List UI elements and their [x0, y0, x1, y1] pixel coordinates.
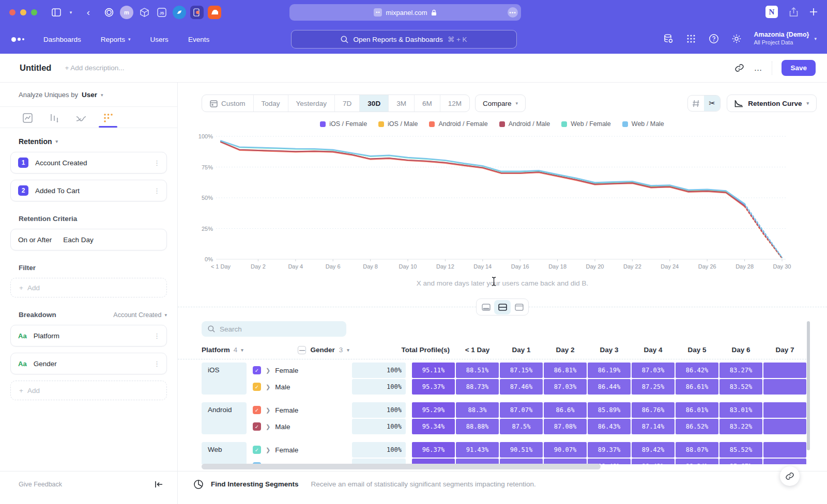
- platform-column-header[interactable]: Platform 4 ▾: [202, 346, 292, 354]
- retention-value-cell[interactable]: 87.15%: [500, 363, 543, 378]
- js-extension-icon[interactable]: JS: [155, 6, 169, 19]
- day-column-header[interactable]: Day 1: [500, 346, 543, 354]
- retention-value-cell[interactable]: 88.3%: [456, 402, 499, 418]
- horizontal-scrollbar[interactable]: [202, 464, 601, 469]
- retention-value-cell[interactable]: 95.37%: [412, 379, 455, 395]
- filter-add-button[interactable]: + Add: [10, 278, 167, 297]
- legend-item[interactable]: Android / Female: [429, 120, 487, 128]
- add-description[interactable]: + Add description...: [65, 64, 124, 72]
- retention-value-cell[interactable]: 89.42%: [632, 442, 675, 458]
- data-management-icon[interactable]: [660, 30, 677, 48]
- zoom-window-button[interactable]: [31, 9, 37, 15]
- breakdown-scope-dropdown[interactable]: Account Created ▾: [113, 311, 167, 319]
- chevron-down-icon[interactable]: ▾: [67, 6, 74, 19]
- kebab-menu-icon[interactable]: ⋮: [154, 187, 160, 195]
- retention-value-cell[interactable]: 85.52%: [719, 442, 762, 458]
- retention-value-cell[interactable]: 83.52%: [719, 379, 762, 395]
- gender-checkbox[interactable]: ✓: [253, 422, 261, 431]
- range-6m[interactable]: 6M: [415, 95, 440, 112]
- soundcloud-extension-icon[interactable]: [208, 6, 221, 19]
- nav-item-reports[interactable]: Reports▾: [95, 32, 137, 48]
- new-tab-icon[interactable]: [809, 8, 818, 16]
- gender-column-header[interactable]: — Gender 3 ▾: [298, 346, 390, 354]
- retention-step-2[interactable]: 2Added To Cart⋮: [10, 180, 167, 201]
- retention-value-cell[interactable]: 85.89%: [588, 402, 631, 418]
- retention-value-cell[interactable]: 87.5%: [500, 419, 543, 434]
- platform-cell[interactable]: iOS: [202, 363, 247, 395]
- retention-value-cell[interactable]: 86.76%: [632, 402, 675, 418]
- retention-value-cell[interactable]: 85.67%: [719, 459, 762, 464]
- save-button[interactable]: Save: [782, 60, 816, 76]
- retention-value-cell[interactable]: 86.42%: [676, 363, 718, 378]
- retention-value-cell[interactable]: 86.19%: [588, 363, 631, 378]
- retention-value-cell[interactable]: 87.46%: [500, 379, 543, 395]
- reader-extension-icon[interactable]: [190, 6, 204, 19]
- help-icon[interactable]: [705, 30, 723, 48]
- total-column-header[interactable]: Total Profile(s): [396, 346, 450, 354]
- range-today[interactable]: Today: [254, 95, 288, 112]
- nav-item-users[interactable]: Users: [144, 32, 175, 48]
- legend-item[interactable]: iOS / Male: [378, 120, 418, 128]
- browser-sidebar-icon[interactable]: [50, 6, 63, 19]
- retention-value-cell[interactable]: 87.25%: [632, 379, 675, 395]
- settings-gear-icon[interactable]: [728, 30, 745, 48]
- range-custom[interactable]: Custom: [202, 95, 254, 112]
- project-switcher[interactable]: Amazonia {Demo} All Project Data: [754, 31, 809, 46]
- collapse-sidebar-icon[interactable]: [155, 481, 163, 488]
- criteria-on-or-after[interactable]: On or After: [18, 236, 52, 244]
- global-search-button[interactable]: Open Reports & Dashboards ⌘ + K: [291, 30, 517, 49]
- layout-table-only-toggle[interactable]: [511, 300, 527, 314]
- back-icon[interactable]: ‹: [82, 6, 95, 19]
- gender-checkbox[interactable]: ✓: [253, 383, 261, 391]
- trim-data-toggle[interactable]: ✂: [704, 96, 720, 111]
- retention-value-cell[interactable]: 87.08%: [544, 419, 587, 434]
- vertical-scrollbar[interactable]: [807, 321, 810, 464]
- legend-item[interactable]: Android / Male: [499, 120, 550, 128]
- tab-flows[interactable]: [74, 115, 88, 128]
- retention-value-cell[interactable]: 89.37%: [588, 442, 631, 458]
- ring-extension-icon[interactable]: [102, 6, 116, 19]
- expand-chevron-icon[interactable]: ❯: [266, 447, 270, 453]
- legend-item[interactable]: iOS / Female: [320, 120, 367, 128]
- mixpanel-logo[interactable]: [11, 37, 30, 42]
- expand-chevron-icon[interactable]: ❯: [266, 367, 270, 374]
- retention-value-cell[interactable]: 95.11%: [412, 363, 455, 378]
- platform-cell[interactable]: Web: [202, 442, 247, 464]
- tab-retention[interactable]: [101, 113, 115, 128]
- gender-checkbox[interactable]: ✓: [253, 446, 261, 454]
- apps-grid-icon[interactable]: [682, 30, 700, 48]
- day-column-header[interactable]: Day 6: [719, 346, 762, 354]
- retention-value-cell[interactable]: 90.07%: [544, 442, 587, 458]
- breakdown-add-button[interactable]: + Add: [10, 381, 167, 400]
- give-feedback-link[interactable]: Give Feedback: [19, 481, 62, 488]
- series-line-web---male[interactable]: [221, 140, 745, 203]
- series-line-android---male[interactable]: [221, 142, 745, 206]
- retention-value-cell[interactable]: 87.03%: [632, 363, 675, 378]
- retention-value-cell[interactable]: 89.43%: [632, 459, 675, 464]
- range-30d[interactable]: 30D: [360, 95, 389, 112]
- day-column-header[interactable]: Day 4: [632, 346, 675, 354]
- retention-value-cell[interactable]: 87.14%: [632, 419, 675, 434]
- retention-chart[interactable]: 0%25%50%75%100%< 1 DayDay 2Day 4Day 6Day…: [196, 130, 806, 276]
- retention-value-cell[interactable]: 95.29%: [412, 402, 455, 418]
- notion-icon[interactable]: N: [765, 6, 778, 18]
- retention-value-cell[interactable]: 86.01%: [676, 402, 718, 418]
- platform-cell[interactable]: Android: [202, 402, 247, 434]
- find-segments-title[interactable]: Find Interesting Segments: [211, 480, 299, 488]
- m-avatar-extension-icon[interactable]: m: [120, 6, 133, 19]
- criteria-card[interactable]: On or After Each Day: [10, 229, 167, 250]
- breakdown-gender[interactable]: AaGender⋮: [10, 353, 167, 374]
- gender-checkbox[interactable]: ✓: [253, 366, 261, 374]
- retention-value-cell[interactable]: 83.27%: [719, 363, 762, 378]
- day-column-header[interactable]: Day 2: [544, 346, 587, 354]
- tab-insights[interactable]: [21, 113, 34, 128]
- retention-value-cell[interactable]: 88.34%: [676, 459, 718, 464]
- chart-type-dropdown[interactable]: Retention Curve ▾: [727, 94, 817, 112]
- retention-value-cell[interactable]: 83.01%: [719, 402, 762, 418]
- retention-value-cell[interactable]: 86.52%: [676, 419, 718, 434]
- minimize-window-button[interactable]: [20, 9, 26, 15]
- retention-value-cell[interactable]: 87.03%: [544, 379, 587, 395]
- bird-extension-icon[interactable]: [173, 6, 186, 19]
- address-bar[interactable]: •• mixpanel.com •••: [289, 4, 521, 21]
- retention-value-cell[interactable]: 83.22%: [719, 419, 762, 434]
